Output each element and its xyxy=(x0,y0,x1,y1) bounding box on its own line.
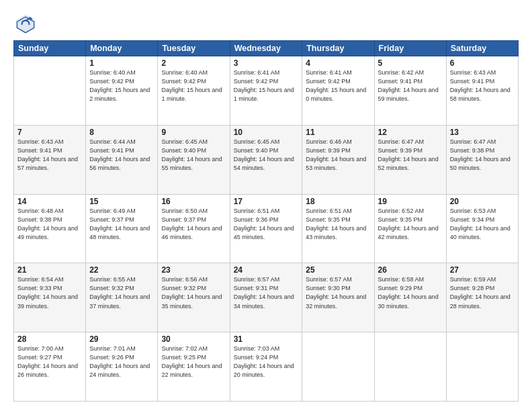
day-info: Sunrise: 6:51 AMSunset: 9:36 PMDaylight:… xyxy=(234,207,299,242)
day-info: Sunrise: 6:51 AMSunset: 9:35 PMDaylight:… xyxy=(306,207,370,242)
day-number: 28 xyxy=(17,334,82,344)
calendar-cell: 30Sunrise: 7:02 AMSunset: 9:25 PMDayligh… xyxy=(158,332,230,402)
day-number: 21 xyxy=(17,265,82,275)
header xyxy=(13,12,519,36)
calendar-table: SundayMondayTuesdayWednesdayThursdayFrid… xyxy=(13,40,519,402)
weekday-header-friday: Friday xyxy=(374,41,446,56)
calendar-cell: 9Sunrise: 6:45 AMSunset: 9:40 PMDaylight… xyxy=(158,125,230,194)
day-info: Sunrise: 6:59 AMSunset: 9:28 PMDaylight:… xyxy=(450,275,515,310)
calendar-cell: 19Sunrise: 6:52 AMSunset: 9:35 PMDayligh… xyxy=(374,194,446,263)
calendar-cell: 25Sunrise: 6:57 AMSunset: 9:30 PMDayligh… xyxy=(302,263,374,332)
day-number: 26 xyxy=(378,265,443,275)
calendar-cell: 28Sunrise: 7:00 AMSunset: 9:27 PMDayligh… xyxy=(14,332,86,402)
day-info: Sunrise: 6:50 AMSunset: 9:37 PMDaylight:… xyxy=(161,207,226,242)
weekday-header-wednesday: Wednesday xyxy=(230,41,302,56)
day-info: Sunrise: 6:52 AMSunset: 9:35 PMDaylight:… xyxy=(378,207,443,242)
calendar-cell: 3Sunrise: 6:41 AMSunset: 9:42 PMDaylight… xyxy=(230,56,302,126)
page: SundayMondayTuesdayWednesdayThursdayFrid… xyxy=(0,0,532,411)
day-info: Sunrise: 6:45 AMSunset: 9:40 PMDaylight:… xyxy=(234,138,299,173)
calendar-cell: 21Sunrise: 6:54 AMSunset: 9:33 PMDayligh… xyxy=(14,263,86,332)
weekday-header-sunday: Sunday xyxy=(14,41,86,56)
calendar-week-row: 7Sunrise: 6:43 AMSunset: 9:41 PMDaylight… xyxy=(14,125,519,194)
day-number: 11 xyxy=(306,128,370,137)
day-info: Sunrise: 6:55 AMSunset: 9:32 PMDaylight:… xyxy=(89,275,154,310)
day-info: Sunrise: 7:03 AMSunset: 9:24 PMDaylight:… xyxy=(234,345,299,379)
day-info: Sunrise: 6:48 AMSunset: 9:38 PMDaylight:… xyxy=(17,207,82,242)
day-number: 4 xyxy=(306,58,370,68)
calendar-cell: 7Sunrise: 6:43 AMSunset: 9:41 PMDaylight… xyxy=(14,125,86,194)
day-number: 17 xyxy=(234,197,299,206)
day-number: 5 xyxy=(378,58,443,68)
day-info: Sunrise: 6:45 AMSunset: 9:40 PMDaylight:… xyxy=(161,138,226,173)
day-number: 18 xyxy=(306,197,370,206)
day-number: 24 xyxy=(234,265,299,275)
weekday-header-saturday: Saturday xyxy=(446,41,518,56)
calendar-cell: 23Sunrise: 6:56 AMSunset: 9:32 PMDayligh… xyxy=(158,263,230,332)
day-number: 2 xyxy=(161,58,226,68)
calendar-cell: 13Sunrise: 6:47 AMSunset: 9:38 PMDayligh… xyxy=(446,125,518,194)
calendar-week-row: 21Sunrise: 6:54 AMSunset: 9:33 PMDayligh… xyxy=(14,263,519,332)
day-number: 7 xyxy=(17,128,82,137)
day-number: 29 xyxy=(89,334,154,344)
weekday-header-row: SundayMondayTuesdayWednesdayThursdayFrid… xyxy=(14,41,519,56)
day-number: 27 xyxy=(450,265,515,275)
day-info: Sunrise: 6:41 AMSunset: 9:42 PMDaylight:… xyxy=(234,68,299,103)
day-info: Sunrise: 6:40 AMSunset: 9:42 PMDaylight:… xyxy=(161,68,226,103)
calendar-week-row: 14Sunrise: 6:48 AMSunset: 9:38 PMDayligh… xyxy=(14,194,519,263)
day-info: Sunrise: 6:44 AMSunset: 9:41 PMDaylight:… xyxy=(89,138,154,173)
day-info: Sunrise: 7:02 AMSunset: 9:25 PMDaylight:… xyxy=(161,345,226,379)
day-number: 13 xyxy=(450,128,515,137)
calendar-cell: 4Sunrise: 6:41 AMSunset: 9:42 PMDaylight… xyxy=(302,56,374,126)
day-number: 23 xyxy=(161,265,226,275)
day-info: Sunrise: 6:57 AMSunset: 9:31 PMDaylight:… xyxy=(234,275,299,310)
calendar-cell: 2Sunrise: 6:40 AMSunset: 9:42 PMDaylight… xyxy=(158,56,230,126)
day-number: 30 xyxy=(161,334,226,344)
day-number: 14 xyxy=(17,197,82,206)
calendar-cell: 1Sunrise: 6:40 AMSunset: 9:42 PMDaylight… xyxy=(86,56,158,126)
day-info: Sunrise: 6:43 AMSunset: 9:41 PMDaylight:… xyxy=(17,138,82,173)
day-info: Sunrise: 6:43 AMSunset: 9:41 PMDaylight:… xyxy=(450,68,515,103)
calendar-cell: 12Sunrise: 6:47 AMSunset: 9:39 PMDayligh… xyxy=(374,125,446,194)
weekday-header-thursday: Thursday xyxy=(302,41,374,56)
weekday-header-monday: Monday xyxy=(86,41,158,56)
calendar-cell: 24Sunrise: 6:57 AMSunset: 9:31 PMDayligh… xyxy=(230,263,302,332)
calendar-cell: 26Sunrise: 6:58 AMSunset: 9:29 PMDayligh… xyxy=(374,263,446,332)
day-info: Sunrise: 6:40 AMSunset: 9:42 PMDaylight:… xyxy=(89,68,154,103)
day-number: 15 xyxy=(89,197,154,206)
calendar-cell xyxy=(14,56,86,126)
day-info: Sunrise: 6:47 AMSunset: 9:39 PMDaylight:… xyxy=(378,138,443,173)
day-number: 10 xyxy=(234,128,299,137)
calendar-cell: 31Sunrise: 7:03 AMSunset: 9:24 PMDayligh… xyxy=(230,332,302,402)
calendar-week-row: 1Sunrise: 6:40 AMSunset: 9:42 PMDaylight… xyxy=(14,56,519,126)
calendar-cell: 16Sunrise: 6:50 AMSunset: 9:37 PMDayligh… xyxy=(158,194,230,263)
calendar-cell xyxy=(446,332,518,402)
calendar-cell xyxy=(302,332,374,402)
calendar-cell: 10Sunrise: 6:45 AMSunset: 9:40 PMDayligh… xyxy=(230,125,302,194)
calendar-cell: 27Sunrise: 6:59 AMSunset: 9:28 PMDayligh… xyxy=(446,263,518,332)
calendar-cell: 11Sunrise: 6:46 AMSunset: 9:39 PMDayligh… xyxy=(302,125,374,194)
day-info: Sunrise: 6:47 AMSunset: 9:38 PMDaylight:… xyxy=(450,138,515,173)
day-number: 12 xyxy=(378,128,443,137)
day-info: Sunrise: 6:53 AMSunset: 9:34 PMDaylight:… xyxy=(450,207,515,242)
calendar-cell: 22Sunrise: 6:55 AMSunset: 9:32 PMDayligh… xyxy=(86,263,158,332)
day-info: Sunrise: 6:42 AMSunset: 9:41 PMDaylight:… xyxy=(378,68,443,103)
calendar-cell: 17Sunrise: 6:51 AMSunset: 9:36 PMDayligh… xyxy=(230,194,302,263)
calendar-cell: 18Sunrise: 6:51 AMSunset: 9:35 PMDayligh… xyxy=(302,194,374,263)
day-number: 9 xyxy=(161,128,226,137)
calendar-cell xyxy=(374,332,446,402)
day-number: 16 xyxy=(161,197,226,206)
day-number: 8 xyxy=(89,128,154,137)
calendar-cell: 8Sunrise: 6:44 AMSunset: 9:41 PMDaylight… xyxy=(86,125,158,194)
day-number: 25 xyxy=(306,265,370,275)
day-info: Sunrise: 6:58 AMSunset: 9:29 PMDaylight:… xyxy=(378,275,443,310)
calendar-cell: 15Sunrise: 6:49 AMSunset: 9:37 PMDayligh… xyxy=(86,194,158,263)
calendar-cell: 5Sunrise: 6:42 AMSunset: 9:41 PMDaylight… xyxy=(374,56,446,126)
day-info: Sunrise: 6:49 AMSunset: 9:37 PMDaylight:… xyxy=(89,207,154,242)
day-info: Sunrise: 7:00 AMSunset: 9:27 PMDaylight:… xyxy=(17,345,82,379)
day-number: 20 xyxy=(450,197,515,206)
weekday-header-tuesday: Tuesday xyxy=(158,41,230,56)
day-number: 31 xyxy=(234,334,299,344)
day-number: 22 xyxy=(89,265,154,275)
day-info: Sunrise: 6:57 AMSunset: 9:30 PMDaylight:… xyxy=(306,275,370,310)
logo-icon xyxy=(13,12,38,36)
